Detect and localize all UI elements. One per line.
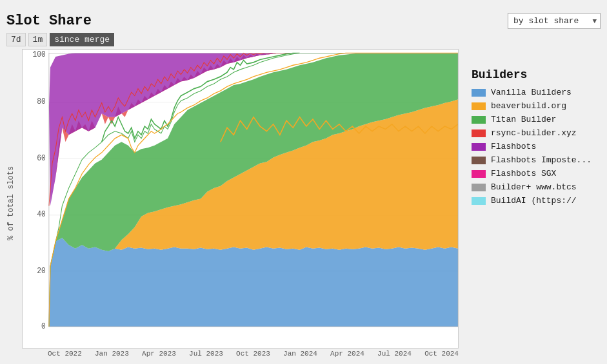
legend-color-titan [472, 116, 486, 124]
legend-item-builderplus: Builder+ www.btcs [472, 182, 601, 192]
svg-text:0: 0 [41, 322, 46, 332]
legend-color-flashbots-imposte [472, 157, 486, 164]
chart-area: % of total slots 0 20 40 60 80 [6, 49, 601, 358]
legend-item-flashbots-sgx: Flashbots SGX [472, 169, 601, 178]
legend-item-rsync: rsync-builder.xyz [472, 128, 601, 138]
left-header: Slot Share 7d 1m since merge [6, 13, 114, 46]
legend-color-buildai [472, 197, 486, 205]
x-axis: Oct 2022 Jan 2023 Apr 2023 Jul 2023 Oct … [22, 349, 459, 358]
legend-title: Builders [472, 68, 601, 81]
x-label-jul2023: Jul 2023 [189, 350, 223, 358]
legend-item-buildai: BuildAI (https:// [472, 196, 601, 206]
time-controls: 7d 1m since merge [6, 33, 114, 46]
legend-label-rsync: rsync-builder.xyz [491, 128, 577, 138]
legend-item-flashbots: Flashbots [472, 142, 601, 151]
legend-item-beaver: beaverbuild.org [472, 101, 601, 111]
x-label-jan2023: Jan 2023 [95, 350, 129, 358]
x-label-oct2024: Oct 2024 [424, 350, 459, 358]
legend-color-flashbots-sgx [472, 170, 486, 178]
x-label-oct2022: Oct 2022 [48, 350, 82, 358]
x-label-oct2023: Oct 2023 [236, 350, 270, 358]
main-container: Slot Share 7d 1m since merge by slot sha… [0, 0, 607, 364]
page-title: Slot Share [6, 13, 114, 29]
legend-label-flashbots-imposte: Flashbots Imposte... [491, 155, 592, 165]
legend-label-flashbots: Flashbots [491, 142, 536, 151]
legend-color-beaver [472, 102, 486, 110]
x-label-jan2024: Jan 2024 [283, 350, 317, 358]
svg-text:100: 100 [33, 50, 46, 60]
time-btn-7d[interactable]: 7d [6, 33, 26, 46]
legend-item-vanilla: Vanilla Builders [472, 88, 601, 97]
legend-label-beaver: beaverbuild.org [491, 101, 566, 111]
legend-color-builderplus [472, 184, 486, 191]
legend: Builders Vanilla Builders beaverbuild.or… [465, 49, 601, 358]
x-label-apr2024: Apr 2024 [330, 350, 364, 358]
dropdown-container[interactable]: by slot shareby block count ▼ [508, 13, 601, 29]
time-btn-1m[interactable]: 1m [28, 33, 48, 46]
legend-label-vanilla: Vanilla Builders [491, 88, 572, 97]
y-axis-label: % of total slots [6, 49, 15, 358]
time-btn-since-merge[interactable]: since merge [50, 33, 114, 46]
legend-color-vanilla [472, 89, 486, 97]
legend-label-titan: Titan Builder [491, 115, 556, 124]
legend-item-flashbots-imposte: Flashbots Imposte... [472, 155, 601, 165]
legend-label-flashbots-sgx: Flashbots SGX [491, 169, 556, 178]
sort-dropdown[interactable]: by slot shareby block count [508, 13, 601, 29]
legend-label-buildai: BuildAI (https:// [491, 196, 577, 206]
chart-wrapper: 0 20 40 60 80 100 [22, 49, 459, 349]
x-label-jul2024: Jul 2024 [377, 350, 412, 358]
svg-text:20: 20 [37, 267, 45, 276]
legend-color-rsync [472, 129, 486, 137]
chart-svg: 0 20 40 60 80 100 [23, 50, 458, 348]
legend-color-flashbots [472, 143, 486, 151]
svg-text:80: 80 [37, 97, 45, 106]
svg-text:40: 40 [37, 210, 45, 220]
legend-item-titan: Titan Builder [472, 115, 601, 124]
x-label-apr2023: Apr 2023 [142, 350, 176, 358]
chart-and-xaxis: 0 20 40 60 80 100 [22, 49, 459, 358]
area-vanilla [49, 238, 458, 327]
header: Slot Share 7d 1m since merge by slot sha… [6, 13, 601, 46]
svg-text:60: 60 [37, 154, 45, 164]
legend-label-builderplus: Builder+ www.btcs [491, 182, 577, 192]
